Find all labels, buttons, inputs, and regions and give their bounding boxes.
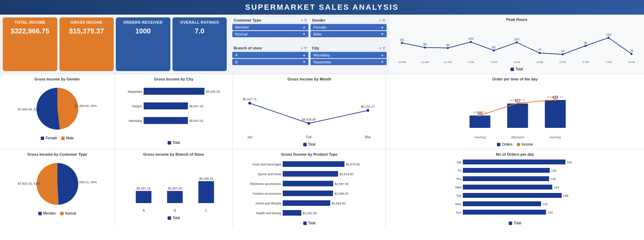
day-chart-panel: No of Orders per day Sat164Fri139Thu138W… [386, 149, 644, 228]
svg-point-0 [401, 42, 403, 44]
gender-male[interactable]: Male ▼ [311, 31, 387, 37]
svg-text:A: A [143, 209, 145, 212]
svg-text:$5,057.03: $5,057.03 [189, 119, 203, 123]
month-chart-panel: Gross Income by Month $5,537.71Jan$4,629… [233, 74, 386, 149]
svg-text:$7,559.21,
49%: $7,559.21, 49% [75, 180, 97, 184]
svg-text:90: 90 [423, 42, 427, 46]
svg-text:Mon: Mon [455, 202, 461, 206]
svg-point-44 [248, 102, 251, 104]
svg-text:Sun: Sun [456, 211, 461, 214]
svg-text:10 AM: 10 AM [398, 61, 406, 64]
svg-text:12 PM: 12 PM [444, 61, 452, 64]
city-naypyitaw[interactable]: Naypyitaw ▼ [311, 59, 387, 65]
svg-text:$5,057.16: $5,057.16 [137, 187, 151, 190]
branch-a[interactable]: A ▲ [232, 52, 308, 58]
product-chart-title: Gross Income by Product Type [236, 152, 383, 156]
city-filter[interactable]: City ≡▽ Mandalay ▲ Naypyitaw ▼ [311, 45, 387, 71]
kpi-section: TOTAL INCOME $322,966.75 GROSS INCOME $1… [0, 15, 230, 74]
svg-text:$5,265.18: $5,265.18 [206, 90, 220, 93]
branch-b[interactable]: B ▼ [232, 59, 308, 65]
customer-type-normal[interactable]: Normal ▼ [232, 31, 308, 37]
branch-legend: Total [118, 216, 230, 220]
time-chart-panel: Order per time of the day 191morning377a… [386, 74, 644, 149]
svg-text:3 PM: 3 PM [514, 61, 520, 64]
svg-text:7 PM: 7 PM [605, 61, 612, 64]
svg-text:$7,384.94,
48%: $7,384.94, 48% [75, 104, 97, 108]
svg-rect-91 [283, 200, 330, 206]
svg-rect-76 [199, 181, 214, 203]
svg-text:morning: morning [474, 136, 486, 139]
month-chart-title: Gross Income by Month [236, 77, 383, 81]
gender-chart-panel: Gross Income by Gender $7,384.94, 48%$7,… [0, 74, 115, 149]
product-bar-chart: Food and beverages$2,673.56Sports and tr… [236, 158, 382, 219]
city-legend: Total [118, 141, 230, 145]
customer-type-filter[interactable]: Customer Type ≡▽ Member ▲ Normal ▼ [232, 17, 308, 43]
gender-female[interactable]: Female ▲ [311, 24, 387, 30]
svg-point-50 [367, 109, 369, 112]
svg-text:$2,624.90: $2,624.90 [339, 172, 353, 176]
svg-text:143: 143 [554, 186, 559, 189]
branch-bar-chart: $5,057.16A$5,057.03B$5,265.18C [118, 158, 229, 214]
svg-rect-109 [463, 193, 562, 198]
customer-chart-panel: Gross Income by Customer Type $7,559.21,… [0, 149, 115, 228]
svg-text:77: 77 [538, 48, 541, 52]
svg-text:94: 94 [584, 41, 587, 45]
svg-text:$4,629.49: $4,629.49 [302, 118, 316, 121]
customer-type-member[interactable]: Member ▲ [232, 24, 308, 30]
svg-text:Naypyitaw: Naypyitaw [128, 90, 142, 93]
svg-text:Food and beverages: Food and beverages [252, 163, 281, 166]
city-mandalay[interactable]: Mandalay ▲ [311, 52, 387, 58]
svg-rect-73 [167, 191, 183, 203]
svg-point-30 [630, 53, 633, 55]
day-bar-chart: Sat164Fri139Thu138Wed143Tue158Mon125Sun1… [389, 158, 641, 219]
product-chart-panel: Gross Income by Product Type Food and be… [233, 149, 386, 228]
svg-text:Yangon: Yangon [132, 104, 142, 108]
customer-pie-chart: $7,559.21, 49%$7,820.16, 51% [12, 158, 103, 210]
day-chart-title: No of Orders per day [389, 152, 641, 156]
svg-point-9 [470, 41, 472, 43]
svg-text:4 PM: 4 PM [537, 61, 543, 64]
day-legend: Total [389, 221, 641, 225]
svg-point-15 [516, 41, 518, 44]
svg-rect-56 [507, 103, 528, 128]
branch-chart-panel: Gross income by Branch of Store $5,057.1… [115, 149, 233, 228]
svg-text:Fashion accessories: Fashion accessories [253, 192, 282, 195]
svg-text:158: 158 [563, 194, 568, 198]
svg-text:102: 102 [514, 38, 519, 41]
month-legend: Total [236, 142, 383, 146]
branch-filter[interactable]: Branch of store ≡▽ A ▲ B ▼ [232, 45, 308, 71]
time-chart-title: Order per time of the day [389, 77, 641, 81]
time-legend: Orders Income [389, 142, 641, 146]
svg-text:1 PM: 1 PM [468, 61, 474, 64]
svg-text:Home and lifestyle: Home and lifestyle [256, 202, 281, 205]
svg-text:Thu: Thu [456, 177, 461, 181]
filter-section[interactable]: Customer Type ≡▽ Member ▲ Normal ▼ Gende… [230, 15, 389, 74]
svg-text:Jan: Jan [247, 135, 252, 139]
city-chart-title: Gross Income by City [118, 77, 230, 81]
svg-rect-79 [283, 161, 345, 167]
svg-point-64 [517, 102, 519, 104]
svg-rect-85 [283, 181, 333, 186]
svg-rect-41 [144, 117, 188, 124]
city-chart-panel: Gross Income by City Naypyitaw$5,265.18Y… [115, 74, 233, 149]
kpi-card-3: OVERALL RATINGS 7.0 [172, 17, 227, 71]
gender-legend: Female Male [3, 136, 112, 140]
peak-hours-title: Peak Hours [394, 17, 640, 22]
svg-text:$2,564.85: $2,564.85 [332, 202, 346, 205]
customer-type-header: Customer Type ≡▽ [232, 17, 308, 23]
svg-point-3 [424, 46, 426, 48]
gender-chart-title: Gross Income by Gender [3, 77, 112, 81]
time-combo-chart: 191morning377afternoon432evening$61,798.… [389, 83, 641, 140]
customer-chart-title: Gross Income by Customer Type [3, 152, 112, 156]
svg-rect-106 [463, 185, 552, 189]
kpi-card-0: TOTAL INCOME $322,966.75 [3, 17, 57, 71]
svg-text:$2,587.50: $2,587.50 [335, 182, 348, 186]
gender-filter[interactable]: Gender ≡▽ Female ▲ Male ▼ [311, 17, 387, 43]
svg-text:Sports and travel: Sports and travel [258, 172, 281, 176]
page-title: SUPERMARKET SALES ANALYSIS [0, 0, 644, 15]
svg-rect-35 [144, 88, 204, 95]
svg-text:Wed: Wed [455, 186, 461, 189]
gender-pie-chart: $7,384.94, 48%$7,994.43, 52% [12, 83, 103, 135]
svg-rect-70 [136, 191, 152, 203]
svg-point-27 [607, 37, 610, 39]
